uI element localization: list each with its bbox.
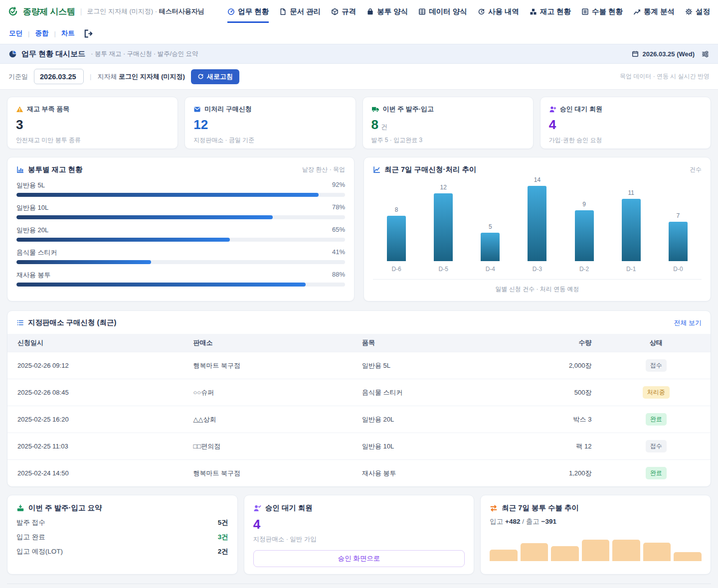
stock-percent: 78% [332, 203, 345, 212]
summary-row: 발주 접수 5건 [16, 518, 228, 527]
cell-datetime: 2025-02-24 14:50 [7, 460, 183, 487]
nav-item-usage-history[interactable]: 사용 내역 [478, 0, 519, 23]
nav-item-statistics[interactable]: 통계 분석 [633, 0, 675, 23]
bar-value-label: 7 [677, 212, 680, 219]
kpi-label: 이번 주 발주·입고 [383, 105, 434, 114]
nav-item-receipts[interactable]: 수불 현황 [581, 0, 623, 23]
cell-item: 일반용 10L [352, 433, 535, 460]
x-tick-label: D-4 [467, 266, 514, 273]
refresh-button[interactable]: 새로고침 [191, 69, 239, 84]
spark-bar [551, 546, 579, 561]
bar-value-label: 5 [489, 223, 492, 230]
stock-row: 일반용 20L65% [16, 226, 345, 242]
stock-row: 일반용 10L78% [16, 203, 345, 219]
kpi-label: 미처리 구매신청 [204, 105, 252, 114]
logout-icon[interactable] [83, 29, 93, 38]
base-date-input[interactable] [34, 69, 84, 84]
nav-item-bag-forms[interactable]: 봉투 양식 [366, 0, 408, 23]
chart-bar [622, 199, 641, 261]
header-date[interactable]: 2026.03.25 (Wed) [632, 50, 695, 58]
nav-item-inventory[interactable]: 재고 현황 [530, 0, 571, 23]
stock-track [16, 215, 345, 219]
cell-item: 일반용 20L [352, 406, 535, 433]
cell-datetime: 2025-02-26 09:12 [7, 352, 183, 379]
header-date-value: 2026.03.25 (Wed) [642, 50, 695, 58]
chart-bar [575, 210, 594, 261]
stock-row: 재사용 봉투88% [16, 271, 345, 287]
stock-panel-note: 낱장 환산 · 목업 [302, 165, 345, 174]
status-badge: 접수 [646, 359, 667, 372]
kpi-value: 8 건 [371, 117, 525, 133]
chart-column: 9 D-2 [561, 176, 608, 273]
status-badge: 처리중 [643, 386, 670, 399]
col-header-status: 상태 [601, 334, 711, 352]
cell-datetime: 2025-02-25 11:03 [7, 433, 183, 460]
nav-item-settings[interactable]: 설정 [685, 0, 710, 23]
go-to-approval-button[interactable]: 승인 화면으로 [253, 550, 465, 567]
view-link-modern[interactable]: 모던 [9, 29, 22, 38]
order-summary-card: 이번 주 발주·입고 요약 발주 접수 5건 입고 완료 3건 입고 예정(LO… [7, 495, 238, 575]
x-tick-label: D-0 [655, 266, 702, 273]
stock-row: 음식물 스티커41% [16, 248, 345, 264]
kpi-unit: 건 [381, 123, 387, 132]
mail-icon [193, 106, 201, 113]
view-link-chart[interactable]: 차트 [61, 29, 75, 38]
nav-label: 봉투 양식 [377, 7, 408, 16]
filter-sliders-icon[interactable] [701, 50, 710, 58]
spark-bar [643, 543, 671, 561]
table-row[interactable]: 2025-02-24 14:50 행복마트 북구점 재사용 봉투 1,200장 … [7, 460, 711, 487]
cell-store: ○○슈퍼 [183, 379, 352, 406]
nav-item-specs[interactable]: 규격 [331, 0, 356, 23]
x-tick-label: D-1 [608, 266, 655, 273]
table-row[interactable]: 2025-02-25 16:20 △△상회 일반용 20L 박스 3 완료 [7, 406, 711, 433]
status-badge: 완료 [646, 413, 667, 426]
refresh-label: 새로고침 [207, 72, 233, 81]
divider: | [54, 30, 55, 37]
stock-label: 일반용 5L [16, 181, 45, 190]
chart-caption: 일별 신청 건수 · 처리 연동 예정 [373, 280, 702, 294]
main-nav: 업무 현황 문서 관리 규격 봉투 양식 데이터 양식 사용 내역 재고 현황 [227, 0, 710, 23]
chart-column: 7 D-0 [655, 176, 702, 273]
kpi-value: 12 [193, 117, 347, 133]
nav-item-data-forms[interactable]: 데이터 양식 [418, 0, 467, 23]
table-row[interactable]: 2025-02-25 11:03 □□편의점 일반용 10L 팩 12 접수 [7, 433, 711, 460]
view-link-combined[interactable]: 종합 [35, 29, 48, 38]
nav-item-documents[interactable]: 문서 관리 [279, 0, 321, 23]
base-date-label: 기준일 [8, 72, 28, 81]
nav-label: 설정 [696, 7, 710, 16]
flow-separator: / [521, 518, 526, 525]
filter-bar: 기준일 | 지자체 로그인 지자체 (미지정) 새로고침 목업 데이터 · 연동… [0, 64, 718, 90]
chart-title: 최근 7일 구매신청·처리 추이 [384, 165, 476, 174]
table-header-row: 신청일시 판매소 품목 수량 상태 [7, 334, 711, 352]
nav-label: 재고 현황 [540, 7, 571, 16]
stock-track [16, 238, 345, 242]
kpi-card-week-orders: 이번 주 발주·입고 8 건 발주 5 · 입고완료 3 [362, 97, 534, 149]
middle-panels: 봉투별 재고 현황 낱장 환산 · 목업 일반용 5L92% 일반용 10L78… [7, 157, 711, 301]
pie-chart-icon [8, 50, 17, 58]
cell-qty: 박스 3 [535, 406, 601, 433]
spark-bar [521, 543, 548, 561]
spark-bar [490, 550, 518, 561]
divider: | [80, 7, 82, 15]
kpi-label: 재고 부족 품목 [27, 105, 69, 114]
line-chart-icon [373, 166, 380, 173]
chart-bar [434, 193, 453, 261]
cell-qty: 팩 12 [535, 433, 601, 460]
app-header: 종량제 시스템 | 로그인 지자체 (미지정) · 테스터사용자님 업무 현황 … [0, 0, 718, 23]
table-row[interactable]: 2025-02-26 08:45 ○○슈퍼 음식물 스티커 500장 처리중 [7, 379, 711, 406]
chart-unit-label: 건수 [690, 165, 702, 174]
flow-trend-card: 최근 7일 봉투 수불 추이 입고 +482 / 출고 −391 [480, 495, 711, 575]
summary-label: 발주 접수 [16, 518, 45, 527]
chart-column: 5 D-4 [467, 176, 514, 273]
nav-item-work-status[interactable]: 업무 현황 [227, 0, 269, 23]
table-row[interactable]: 2025-02-26 09:12 행복마트 북구점 일반용 5L 2,000장 … [7, 352, 711, 379]
spark-bar [674, 552, 702, 561]
swap-arrows-icon [490, 504, 498, 512]
chart-column: 11 D-1 [608, 176, 655, 273]
view-all-link[interactable]: 전체 보기 [674, 318, 702, 327]
cell-qty: 500장 [535, 379, 601, 406]
list-icon [16, 319, 24, 326]
view-toolbar: 모던 | 종합 | 차트 [0, 23, 718, 44]
flow-sparkline [490, 538, 702, 561]
kpi-caption: 안전재고 미만 봉투 종류 [16, 136, 169, 145]
